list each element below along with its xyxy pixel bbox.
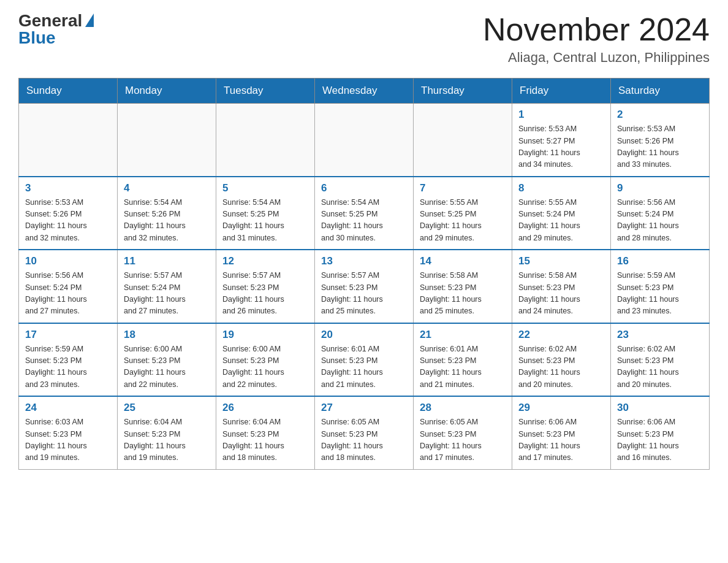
calendar-table: SundayMondayTuesdayWednesdayThursdayFrid… <box>18 78 710 470</box>
calendar-cell: 11Sunrise: 5:57 AM Sunset: 5:24 PM Dayli… <box>118 250 216 323</box>
day-number: 29 <box>518 402 604 414</box>
calendar-cell: 30Sunrise: 6:06 AM Sunset: 5:23 PM Dayli… <box>611 396 710 469</box>
calendar-week-row: 3Sunrise: 5:53 AM Sunset: 5:26 PM Daylig… <box>19 177 710 250</box>
calendar-cell <box>315 104 414 177</box>
calendar-cell: 14Sunrise: 5:58 AM Sunset: 5:23 PM Dayli… <box>414 250 512 323</box>
calendar-week-row: 24Sunrise: 6:03 AM Sunset: 5:23 PM Dayli… <box>19 396 710 469</box>
calendar-cell: 18Sunrise: 6:00 AM Sunset: 5:23 PM Dayli… <box>118 323 216 397</box>
calendar-cell: 10Sunrise: 5:56 AM Sunset: 5:24 PM Dayli… <box>19 250 118 323</box>
calendar-cell: 21Sunrise: 6:01 AM Sunset: 5:23 PM Dayli… <box>414 323 512 397</box>
day-sun-info: Sunrise: 5:53 AM Sunset: 5:27 PM Dayligh… <box>518 123 604 171</box>
calendar-cell: 23Sunrise: 6:02 AM Sunset: 5:23 PM Dayli… <box>611 323 710 397</box>
weekday-header-wednesday: Wednesday <box>315 79 414 104</box>
calendar-cell: 29Sunrise: 6:06 AM Sunset: 5:23 PM Dayli… <box>512 396 611 469</box>
day-sun-info: Sunrise: 5:59 AM Sunset: 5:23 PM Dayligh… <box>25 343 111 391</box>
day-number: 2 <box>617 109 703 121</box>
day-number: 4 <box>124 182 210 194</box>
day-sun-info: Sunrise: 5:56 AM Sunset: 5:24 PM Dayligh… <box>25 270 111 318</box>
day-sun-info: Sunrise: 5:58 AM Sunset: 5:23 PM Dayligh… <box>518 270 604 318</box>
page-header: General Blue November 2024 Aliaga, Centr… <box>18 12 710 66</box>
day-sun-info: Sunrise: 6:06 AM Sunset: 5:23 PM Dayligh… <box>518 416 604 464</box>
day-sun-info: Sunrise: 5:54 AM Sunset: 5:26 PM Dayligh… <box>124 197 210 245</box>
calendar-cell: 16Sunrise: 5:59 AM Sunset: 5:23 PM Dayli… <box>611 250 710 323</box>
location-subtitle: Aliaga, Central Luzon, Philippines <box>483 50 710 66</box>
day-sun-info: Sunrise: 5:57 AM Sunset: 5:24 PM Dayligh… <box>124 270 210 318</box>
calendar-cell: 7Sunrise: 5:55 AM Sunset: 5:25 PM Daylig… <box>414 177 512 250</box>
day-sun-info: Sunrise: 5:57 AM Sunset: 5:23 PM Dayligh… <box>222 270 308 318</box>
title-area: November 2024 Aliaga, Central Luzon, Phi… <box>483 12 710 66</box>
day-sun-info: Sunrise: 6:05 AM Sunset: 5:23 PM Dayligh… <box>321 416 407 464</box>
day-number: 26 <box>222 402 308 414</box>
day-sun-info: Sunrise: 6:06 AM Sunset: 5:23 PM Dayligh… <box>617 416 703 464</box>
day-number: 16 <box>617 255 703 267</box>
day-sun-info: Sunrise: 6:04 AM Sunset: 5:23 PM Dayligh… <box>124 416 210 464</box>
calendar-cell: 12Sunrise: 5:57 AM Sunset: 5:23 PM Dayli… <box>216 250 315 323</box>
calendar-cell: 19Sunrise: 6:00 AM Sunset: 5:23 PM Dayli… <box>216 323 315 397</box>
day-sun-info: Sunrise: 5:55 AM Sunset: 5:24 PM Dayligh… <box>518 197 604 245</box>
calendar-cell: 9Sunrise: 5:56 AM Sunset: 5:24 PM Daylig… <box>611 177 710 250</box>
day-number: 11 <box>124 255 210 267</box>
calendar-cell: 27Sunrise: 6:05 AM Sunset: 5:23 PM Dayli… <box>315 396 414 469</box>
weekday-header-friday: Friday <box>512 79 611 104</box>
day-number: 6 <box>321 182 407 194</box>
calendar-week-row: 1Sunrise: 5:53 AM Sunset: 5:27 PM Daylig… <box>19 104 710 177</box>
day-number: 7 <box>420 182 506 194</box>
day-number: 13 <box>321 255 407 267</box>
day-sun-info: Sunrise: 6:03 AM Sunset: 5:23 PM Dayligh… <box>25 416 111 464</box>
day-number: 19 <box>222 329 308 341</box>
logo: General Blue <box>18 12 94 47</box>
calendar-cell: 25Sunrise: 6:04 AM Sunset: 5:23 PM Dayli… <box>118 396 216 469</box>
calendar-cell: 22Sunrise: 6:02 AM Sunset: 5:23 PM Dayli… <box>512 323 611 397</box>
day-sun-info: Sunrise: 5:57 AM Sunset: 5:23 PM Dayligh… <box>321 270 407 318</box>
day-sun-info: Sunrise: 6:02 AM Sunset: 5:23 PM Dayligh… <box>518 343 604 391</box>
calendar-cell <box>19 104 118 177</box>
day-number: 3 <box>25 182 111 194</box>
calendar-cell: 4Sunrise: 5:54 AM Sunset: 5:26 PM Daylig… <box>118 177 216 250</box>
calendar-cell: 1Sunrise: 5:53 AM Sunset: 5:27 PM Daylig… <box>512 104 611 177</box>
day-number: 21 <box>420 329 506 341</box>
calendar-week-row: 10Sunrise: 5:56 AM Sunset: 5:24 PM Dayli… <box>19 250 710 323</box>
calendar-cell: 8Sunrise: 5:55 AM Sunset: 5:24 PM Daylig… <box>512 177 611 250</box>
day-sun-info: Sunrise: 5:59 AM Sunset: 5:23 PM Dayligh… <box>617 270 703 318</box>
day-sun-info: Sunrise: 5:55 AM Sunset: 5:25 PM Dayligh… <box>420 197 506 245</box>
calendar-cell <box>414 104 512 177</box>
day-number: 17 <box>25 329 111 341</box>
day-sun-info: Sunrise: 5:56 AM Sunset: 5:24 PM Dayligh… <box>617 197 703 245</box>
weekday-header-monday: Monday <box>118 79 216 104</box>
calendar-week-row: 17Sunrise: 5:59 AM Sunset: 5:23 PM Dayli… <box>19 323 710 397</box>
weekday-header-saturday: Saturday <box>611 79 710 104</box>
day-number: 8 <box>518 182 604 194</box>
calendar-cell: 13Sunrise: 5:57 AM Sunset: 5:23 PM Dayli… <box>315 250 414 323</box>
day-number: 28 <box>420 402 506 414</box>
calendar-cell: 5Sunrise: 5:54 AM Sunset: 5:25 PM Daylig… <box>216 177 315 250</box>
calendar-cell <box>216 104 315 177</box>
day-number: 12 <box>222 255 308 267</box>
calendar-cell <box>118 104 216 177</box>
calendar-cell: 2Sunrise: 5:53 AM Sunset: 5:26 PM Daylig… <box>611 104 710 177</box>
calendar-cell: 15Sunrise: 5:58 AM Sunset: 5:23 PM Dayli… <box>512 250 611 323</box>
month-title: November 2024 <box>483 12 710 47</box>
calendar-cell: 20Sunrise: 6:01 AM Sunset: 5:23 PM Dayli… <box>315 323 414 397</box>
calendar-cell: 24Sunrise: 6:03 AM Sunset: 5:23 PM Dayli… <box>19 396 118 469</box>
day-sun-info: Sunrise: 5:58 AM Sunset: 5:23 PM Dayligh… <box>420 270 506 318</box>
weekday-header-sunday: Sunday <box>19 79 118 104</box>
day-number: 18 <box>124 329 210 341</box>
day-number: 5 <box>222 182 308 194</box>
day-number: 27 <box>321 402 407 414</box>
day-number: 30 <box>617 402 703 414</box>
day-sun-info: Sunrise: 5:53 AM Sunset: 5:26 PM Dayligh… <box>617 123 703 171</box>
day-number: 14 <box>420 255 506 267</box>
weekday-header-tuesday: Tuesday <box>216 79 315 104</box>
calendar-cell: 3Sunrise: 5:53 AM Sunset: 5:26 PM Daylig… <box>19 177 118 250</box>
logo-general-text: General <box>18 12 82 29</box>
day-sun-info: Sunrise: 5:54 AM Sunset: 5:25 PM Dayligh… <box>222 197 308 245</box>
day-sun-info: Sunrise: 5:54 AM Sunset: 5:25 PM Dayligh… <box>321 197 407 245</box>
day-sun-info: Sunrise: 6:00 AM Sunset: 5:23 PM Dayligh… <box>222 343 308 391</box>
day-sun-info: Sunrise: 6:01 AM Sunset: 5:23 PM Dayligh… <box>321 343 407 391</box>
day-sun-info: Sunrise: 6:00 AM Sunset: 5:23 PM Dayligh… <box>124 343 210 391</box>
day-number: 25 <box>124 402 210 414</box>
day-number: 24 <box>25 402 111 414</box>
day-number: 20 <box>321 329 407 341</box>
day-number: 10 <box>25 255 111 267</box>
logo-blue-text: Blue <box>18 29 56 47</box>
